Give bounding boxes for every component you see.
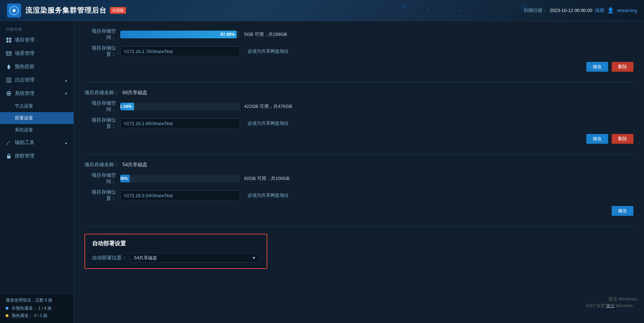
storage-space-row-3: 项目存储空间： 8.00% 92GB 可用，共100GB <box>84 172 633 185</box>
progress-bar-wrapper-1: 97.49% <box>120 31 240 38</box>
storage-info-2: 422GB 可用，共476GB <box>244 103 292 110</box>
sidebar-item-node-setting[interactable]: 节点设置 <box>0 100 74 112</box>
auto-deploy-section: 自动部署设置 自动部署位置： 66共享磁盘 54共享磁盘 ▼ <box>84 234 267 269</box>
path-input-2[interactable] <box>120 118 240 128</box>
sidebar-label-project: 项目管理 <box>15 37 34 43</box>
path-input-3[interactable] <box>120 190 240 200</box>
main-layout: 功能列表 项目管理 <box>0 21 644 323</box>
svg-rect-11 <box>6 38 8 40</box>
tools-arrow-icon: ▲ <box>64 141 68 145</box>
path-hint-1: 必须为共享网盘地址 <box>248 48 289 54</box>
svg-point-1 <box>13 9 15 12</box>
sidebar-label-scene: 场景管理 <box>15 50 34 57</box>
card-actions-1: 修改 删除 <box>84 62 633 72</box>
svg-rect-13 <box>6 40 8 43</box>
svg-rect-14 <box>9 40 11 43</box>
sidebar-label-sys-setting: 系统设置 <box>15 127 33 133</box>
channel-non-warm: 非预热通道： 1 / 4 路 <box>6 305 68 311</box>
name-value-2: 66共享磁盘 <box>122 90 148 95</box>
storage-card-1: 项目存储空间： 97.49% 5GB 可用，共199GB 项目存储位置： 必须为… <box>84 28 633 83</box>
path-label-2: 项目存储位置： <box>84 117 116 130</box>
sidebar-item-log-mgmt[interactable]: 日志管理 ▲ <box>0 73 74 87</box>
blue-dot-icon <box>6 307 8 310</box>
svg-rect-15 <box>6 52 11 55</box>
storage-card-3: 项目存储名称： 54共享磁盘 项目存储空间： 8.00% 92GB 可用，共10… <box>84 162 633 227</box>
yellow-dot-icon <box>6 314 8 317</box>
sidebar-label-auth: 授权管理 <box>15 153 34 159</box>
sys-arrow-icon: ▼ <box>64 92 68 96</box>
svg-rect-12 <box>9 38 11 40</box>
svg-rect-7 <box>519 2 529 12</box>
progress-bar-3: 8.00% <box>120 175 130 182</box>
sidebar-item-auth-mgmt[interactable]: 授权管理 <box>0 149 74 163</box>
sidebar-label-deploy: 部署设置 <box>15 115 33 121</box>
sidebar-item-deploy-setting[interactable]: 部署设置 <box>0 112 74 124</box>
modify-button-3[interactable]: 修改 <box>612 206 633 216</box>
auto-deploy-select[interactable]: 66共享磁盘 54共享磁盘 <box>130 253 260 263</box>
renew-link[interactable]: 续期 <box>595 7 604 14</box>
sidebar-item-scene-mgmt[interactable]: 场景管理 <box>0 47 74 60</box>
storage-info-1: 5GB 可用，共199GB <box>244 31 287 38</box>
sidebar-label-node: 节点设置 <box>15 103 33 109</box>
delete-button-1[interactable]: 删除 <box>612 62 633 72</box>
sidebar-label-tools: 辅助工具 <box>15 140 34 146</box>
svg-marker-5 <box>486 2 514 19</box>
svg-rect-24 <box>7 156 11 159</box>
tool-icon <box>6 140 12 146</box>
progress-bar-1: 97.49% <box>120 31 237 38</box>
storage-space-row-1: 项目存储空间： 97.49% 5GB 可用，共199GB <box>84 28 633 41</box>
storage-path-row-3: 项目存储位置： 必须为共享网盘地址 <box>84 189 633 202</box>
sidebar-item-sys-setting[interactable]: 系统设置 <box>0 124 74 136</box>
app-title: 流渲染服务集群管理后台 <box>25 6 107 15</box>
modify-button-1[interactable]: 修改 <box>586 62 608 72</box>
storage-space-row-2: 项目存储空间： 11.34% 422GB 可用，共476GB <box>84 100 633 113</box>
sidebar-label-prewarm: 预热驻留 <box>15 64 34 70</box>
storage-path-row-2: 项目存储位置： 必须为共享网盘地址 <box>84 117 633 130</box>
log-icon <box>6 77 12 83</box>
username[interactable]: streaming <box>617 8 637 13</box>
path-hint-2: 必须为共享网盘地址 <box>248 120 289 127</box>
sidebar-item-prewarm[interactable]: 预热驻留 <box>0 60 74 73</box>
svg-point-10 <box>506 13 508 15</box>
expire-date: 2023-10-12 00:00:00 <box>550 8 592 13</box>
auto-deploy-title: 自动部署设置 <box>92 240 260 247</box>
name-label-2: 项目存储名称： <box>84 90 119 95</box>
sidebar-label-log: 日志管理 <box>15 77 34 83</box>
content-area: 项目存储空间： 97.49% 5GB 可用，共199GB 项目存储位置： 必须为… <box>74 21 644 323</box>
auto-deploy-label: 自动部署位置： <box>92 255 127 261</box>
header-right: 到期日期： 2023-10-12 00:00:00 续期 👤 streaming <box>524 7 637 14</box>
channel-warm: 预热通道： 0 / 2 路 <box>6 313 68 319</box>
space-label-2: 项目存储空间： <box>84 100 116 113</box>
delete-button-2[interactable]: 删除 <box>612 134 633 144</box>
auto-deploy-select-wrapper: 66共享磁盘 54共享磁盘 ▼ <box>130 253 260 263</box>
card-actions-2: 修改 删除 <box>84 134 633 144</box>
modify-button-2[interactable]: 修改 <box>586 134 608 144</box>
svg-marker-2 <box>408 2 429 19</box>
channel-title: 通道使用情况，总数 6 路 <box>6 297 68 303</box>
svg-marker-4 <box>451 1 486 20</box>
progress-bar-wrapper-2: 11.34% <box>120 103 240 110</box>
sidebar-item-tools[interactable]: 辅助工具 ▲ <box>0 136 74 149</box>
sidebar-item-project-mgmt[interactable]: 项目管理 <box>0 33 74 47</box>
user-icon: 👤 <box>607 7 614 14</box>
grid-icon <box>6 37 12 43</box>
svg-point-9 <box>474 5 476 6</box>
sidebar-item-sys-mgmt[interactable]: 系统管理 ▼ <box>0 87 74 100</box>
space-label-1: 项目存储空间： <box>84 28 116 41</box>
storage-info-3: 92GB 可用，共100GB <box>244 175 289 182</box>
channel-info: 通道使用情况，总数 6 路 非预热通道： 1 / 4 路 预热通道： 0 / 2… <box>0 293 74 323</box>
progress-label-2: 11.34% <box>120 104 132 109</box>
gear-icon <box>6 90 12 97</box>
space-label-3: 项目存储空间： <box>84 172 116 185</box>
fire-icon <box>6 64 12 70</box>
storage-name-row-3: 项目存储名称： 54共享磁盘 <box>84 162 633 168</box>
logo <box>7 4 21 18</box>
sidebar-label-sys: 系统管理 <box>15 90 34 97</box>
storage-name-row-2: 项目存储名称： 66共享磁盘 <box>84 90 633 96</box>
sidebar-section-label: 功能列表 <box>0 24 74 33</box>
path-input-1[interactable] <box>120 46 240 56</box>
svg-marker-3 <box>426 2 454 19</box>
progress-bar-2: 11.34% <box>120 103 134 110</box>
trial-badge: 试用版 <box>110 7 126 14</box>
svg-point-8 <box>460 9 462 12</box>
